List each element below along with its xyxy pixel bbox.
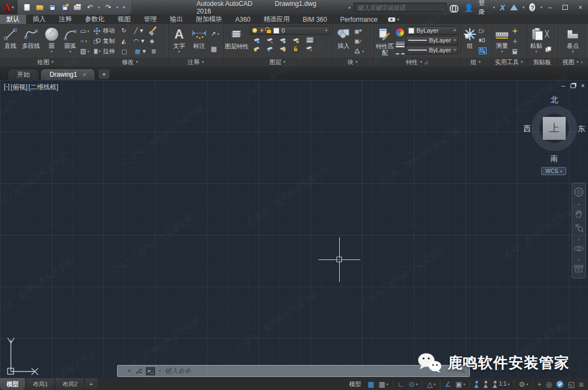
fillet-dropdown[interactable]: ▾: [141, 38, 144, 45]
maximize-button[interactable]: [558, 2, 573, 14]
group-selection-toggle[interactable]: [479, 47, 487, 54]
command-grip[interactable]: [121, 367, 124, 375]
search-expand-icon[interactable]: ▸: [349, 5, 351, 10]
trim-dropdown[interactable]: ▾: [140, 27, 143, 34]
arc-dropdown[interactable]: ▾: [69, 49, 71, 54]
signin-dropdown[interactable]: ▾: [493, 5, 495, 10]
paste-button[interactable]: 粘贴 ▾: [529, 25, 544, 58]
text-button[interactable]: A 文字 ▾: [170, 25, 188, 58]
layout-tab-2[interactable]: 布局2: [56, 378, 84, 390]
circle-button[interactable]: 圆 ▾: [43, 25, 60, 58]
nav-orbit-button[interactable]: [574, 245, 584, 254]
tab-annotate[interactable]: 注释: [52, 15, 78, 24]
file-tab-close-icon[interactable]: ×: [83, 71, 86, 78]
viewcube-top-face[interactable]: 上: [543, 117, 566, 140]
edit-attribute-button[interactable]: [354, 38, 364, 44]
insert-button[interactable]: 插入: [334, 25, 353, 58]
layout-tab-model[interactable]: 模型: [0, 378, 25, 390]
clean-screen-button[interactable]: ◱: [568, 381, 574, 388]
undo-button[interactable]: ↶: [85, 3, 94, 12]
properties-dialog-launcher[interactable]: ◿: [424, 60, 427, 65]
ellipse-button[interactable]: ○▾: [80, 38, 89, 45]
layer-match-button[interactable]: [305, 36, 315, 44]
open-file-button[interactable]: [35, 3, 44, 12]
annotation-visibility-toggle[interactable]: [474, 381, 479, 388]
annotation-autoscale-toggle[interactable]: [483, 381, 488, 388]
id-point-button[interactable]: [512, 39, 518, 44]
undo-dropdown[interactable]: ▾: [98, 5, 100, 10]
panel-layers-label[interactable]: 图层▾: [223, 58, 332, 66]
otrack-toggle[interactable]: ∠: [445, 381, 451, 388]
polyline-button[interactable]: 多段线: [20, 25, 41, 58]
measure-button[interactable]: 测量 ▾: [493, 25, 511, 58]
rectangle-button[interactable]: ▭▾: [80, 28, 89, 35]
doc-close-button[interactable]: ×: [581, 82, 585, 90]
save-as-button[interactable]: [60, 3, 69, 12]
move-button[interactable]: 移动: [103, 27, 115, 35]
layer-properties-button[interactable]: 图层特性: [225, 25, 249, 58]
file-tab-start[interactable]: 开始: [8, 69, 39, 80]
fillet-button[interactable]: ◠: [133, 38, 139, 45]
panel-block-label[interactable]: 块▾: [332, 58, 373, 66]
group-button[interactable]: 组: [462, 25, 477, 58]
define-attribute-button[interactable]: ▾: [354, 48, 364, 55]
layer-unlock2-button[interactable]: [292, 46, 299, 52]
viewcube-east[interactable]: 东: [578, 124, 585, 134]
grid-toggle[interactable]: ▦: [367, 381, 374, 388]
tab-manage[interactable]: 管理: [137, 15, 163, 24]
panel-properties-label[interactable]: 特性▾◿: [373, 58, 460, 66]
viewport-menu[interactable]: [-]: [4, 83, 10, 92]
color-dropdown[interactable]: ByLayer ▾: [406, 26, 458, 35]
a360-dropdown[interactable]: ▾: [523, 5, 525, 10]
group-edit-button[interactable]: [479, 38, 487, 43]
linetype-dropdown[interactable]: ByLayer ▾: [406, 46, 458, 54]
annotation-scale-button[interactable]: 1:1▾: [493, 381, 509, 388]
a360-icon[interactable]: [510, 4, 518, 10]
layer-state-button[interactable]: [279, 46, 286, 52]
tab-addins[interactable]: 附加模块: [189, 15, 229, 24]
tab-a360[interactable]: A360: [229, 15, 257, 24]
rotate-button[interactable]: ↻: [121, 27, 126, 34]
tab-insert[interactable]: 插入: [26, 15, 52, 24]
redo-button[interactable]: ↷: [103, 3, 112, 12]
text-dropdown[interactable]: ▾: [178, 49, 180, 54]
qat-customize-dropdown[interactable]: ▼: [122, 5, 126, 9]
tab-parametric[interactable]: 参数化: [78, 15, 111, 24]
erase-icon[interactable]: [149, 26, 158, 36]
stretch-button[interactable]: 拉伸: [103, 47, 115, 55]
snap-toggle[interactable]: ▦▾: [378, 381, 388, 388]
search-icon[interactable]: [450, 4, 458, 11]
drawing-canvas[interactable]: [-] [俯视] [二维线框] – × 北 西 上 东 南 WCS▾ ▾ ▾ ▾: [0, 80, 588, 378]
copy-clip-button[interactable]: [545, 46, 552, 52]
match-properties-button[interactable]: 特性匹配: [375, 25, 395, 58]
viewcube[interactable]: 北 西 上 东 南 WCS▾: [523, 91, 586, 177]
isodraft-toggle[interactable]: △▾: [427, 381, 436, 388]
minimize-button[interactable]: –: [542, 2, 558, 14]
trim-button[interactable]: ╱: [134, 27, 138, 34]
command-history-dropdown[interactable]: ▾: [159, 369, 161, 373]
help-icon[interactable]: ?: [529, 3, 535, 11]
nav-orbit-dropdown[interactable]: ▾: [578, 257, 579, 261]
new-layout-button[interactable]: +: [85, 378, 97, 390]
doc-minimize-button[interactable]: –: [561, 82, 565, 90]
command-line[interactable]: × >_ ▾ ▲: [117, 365, 470, 377]
panel-annotation-label[interactable]: 注释▾: [169, 58, 223, 66]
new-file-button[interactable]: [23, 3, 32, 12]
layer-dropdown[interactable]: ☀ 0 ▾: [250, 26, 330, 35]
tab-home[interactable]: 默认: [0, 15, 26, 24]
mirror-button[interactable]: ◭: [121, 38, 126, 45]
array-button[interactable]: ▦: [134, 48, 140, 55]
quick-select-button[interactable]: [512, 28, 518, 34]
create-block-button[interactable]: [354, 28, 364, 34]
exchange-apps-icon[interactable]: X: [500, 3, 505, 12]
lineweight-dropdown[interactable]: ByLayer ▾: [406, 36, 458, 45]
paste-dropdown[interactable]: ▾: [535, 49, 537, 54]
view-panel-expand[interactable]: »: [581, 60, 583, 65]
workspace-switcher[interactable]: ⚙▾: [519, 381, 528, 388]
copy-button[interactable]: 复制: [103, 37, 115, 45]
viewcube-west[interactable]: 西: [523, 124, 531, 134]
doc-restore-button[interactable]: [571, 84, 575, 88]
tab-performance[interactable]: Performance: [334, 15, 384, 24]
ungroup-button[interactable]: [479, 28, 487, 34]
save-button[interactable]: [48, 3, 57, 12]
